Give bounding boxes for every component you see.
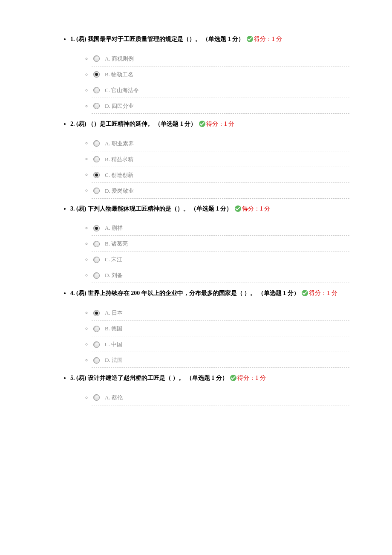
question-text: 2. (易) （）是工匠精神的延伸。 （单选题 1 分） 得分：1 分 [70,119,349,129]
score-label: 得分：1 分 [242,205,271,212]
option-item: C. 创造创新 [92,167,349,183]
option-item: C. 宋江 [92,251,349,267]
option-item: A. 职业素养 [92,136,349,151]
radio-icon[interactable] [93,103,100,109]
option-label: D. 四民分业 [105,103,134,109]
question-list: 1. (易) 我国最早对于工匠质量管理的规定是（）。 （单选题 1 分） 得分：… [60,34,349,405]
radio-icon[interactable] [93,188,100,194]
correct-icon [247,36,253,42]
option-label: A. 职业素养 [105,140,134,147]
correct-icon [235,205,241,212]
correct-icon [230,375,236,381]
option-list: A. 商税则例B. 物勒工名C. 官山海法令D. 四民分业 [70,51,349,114]
radio-icon[interactable] [93,357,100,364]
radio-icon[interactable] [93,341,100,348]
option-item: A. 商税则例 [92,51,349,66]
question-stem: 5. (易) 设计并建造了赵州桥的工匠是（ ）。 （单选题 1 分） [70,375,229,381]
option-item: D. 爱岗敬业 [92,183,349,199]
option-label: B. 德国 [105,325,122,332]
score-label: 得分：1 分 [206,121,235,127]
radio-icon[interactable] [93,272,100,279]
option-label: B. 物勒工名 [105,71,133,78]
option-label: A. 蔡伦 [105,394,123,401]
radio-icon[interactable] [93,326,100,332]
question-text: 3. (易) 下列人物最能体现工匠精神的是（）。 （单选题 1 分） 得分：1 … [70,204,349,214]
option-item: C. 官山海法令 [92,82,349,98]
option-list: A. 日本B. 德国C. 中国D. 法国 [70,305,349,368]
radio-icon[interactable] [93,87,100,93]
option-label: C. 创造创新 [105,172,133,178]
option-label: A. 日本 [105,309,123,316]
question-text: 5. (易) 设计并建造了赵州桥的工匠是（ ）。 （单选题 1 分） 得分：1 … [70,373,349,383]
option-item: C. 中国 [92,336,349,352]
score-label: 得分：1 分 [309,290,337,296]
question-stem: 2. (易) （）是工匠精神的延伸。 （单选题 1 分） [70,121,198,127]
option-item: D. 四民分业 [92,98,349,114]
option-item: A. 蔡伦 [92,390,349,405]
question-item: 3. (易) 下列人物最能体现工匠精神的是（）。 （单选题 1 分） 得分：1 … [70,204,349,283]
option-item: B. 诸葛亮 [92,236,349,251]
option-list: A. 蔡伦 [70,390,349,405]
radio-icon[interactable] [93,225,100,231]
option-item: D. 法国 [92,352,349,368]
option-item: A. 日本 [92,305,349,321]
radio-icon[interactable] [93,310,100,316]
option-label: B. 诸葛亮 [105,240,128,247]
question-stem: 1. (易) 我国最早对于工匠质量管理的规定是（）。 （单选题 1 分） [70,36,246,42]
option-item: A. 蒯祥 [92,220,349,236]
question-stem: 4. (易) 世界上持续存在 200 年以上的企业中，分布最多的国家是（ ）。 … [70,290,301,296]
radio-icon[interactable] [93,172,100,178]
question-stem: 3. (易) 下列人物最能体现工匠精神的是（）。 （单选题 1 分） [70,205,234,212]
option-label: C. 官山海法令 [105,87,139,93]
correct-icon [199,121,205,127]
question-text: 1. (易) 我国最早对于工匠质量管理的规定是（）。 （单选题 1 分） 得分：… [70,34,349,44]
radio-icon[interactable] [93,257,100,263]
question-item: 1. (易) 我国最早对于工匠质量管理的规定是（）。 （单选题 1 分） 得分：… [70,34,349,114]
option-list: A. 蒯祥B. 诸葛亮C. 宋江D. 刘备 [70,220,349,283]
option-label: D. 爱岗敬业 [105,188,134,194]
option-item: D. 刘备 [92,267,349,283]
radio-icon[interactable] [93,241,100,247]
question-item: 5. (易) 设计并建造了赵州桥的工匠是（ ）。 （单选题 1 分） 得分：1 … [70,373,349,405]
radio-icon[interactable] [93,140,100,147]
option-list: A. 职业素养B. 精益求精C. 创造创新D. 爱岗敬业 [70,136,349,199]
score-label: 得分：1 分 [237,375,266,381]
correct-icon [302,290,308,296]
score-label: 得分：1 分 [254,36,282,42]
radio-icon[interactable] [93,71,100,78]
question-item: 4. (易) 世界上持续存在 200 年以上的企业中，分布最多的国家是（ ）。 … [70,288,349,368]
option-label: D. 刘备 [105,272,123,278]
option-item: B. 物勒工名 [92,66,349,82]
option-label: A. 蒯祥 [105,225,123,231]
option-label: A. 商税则例 [105,55,134,62]
option-label: D. 法国 [105,357,123,363]
option-item: B. 德国 [92,321,349,336]
option-item: B. 精益求精 [92,151,349,167]
radio-icon[interactable] [93,55,100,62]
radio-icon[interactable] [93,394,100,401]
question-text: 4. (易) 世界上持续存在 200 年以上的企业中，分布最多的国家是（ ）。 … [70,288,349,298]
option-label: C. 中国 [105,341,122,347]
option-label: C. 宋江 [105,256,122,263]
option-label: B. 精益求精 [105,156,133,162]
radio-icon[interactable] [93,156,100,162]
question-item: 2. (易) （）是工匠精神的延伸。 （单选题 1 分） 得分：1 分A. 职业… [70,119,349,199]
